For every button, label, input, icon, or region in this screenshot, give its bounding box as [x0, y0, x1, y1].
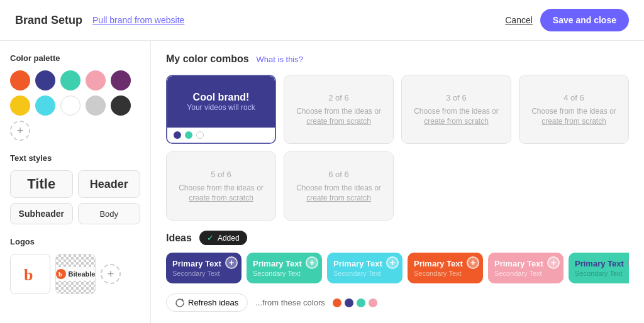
app-title: Brand Setup [15, 14, 82, 27]
idea-card-3[interactable]: Primary Text Secondary Text + [327, 253, 402, 283]
dot-3[interactable] [196, 131, 204, 139]
check-icon: ✓ [207, 233, 214, 243]
logo-b-svg: b [18, 261, 43, 287]
combo-3-link[interactable]: create from scratch [424, 117, 489, 126]
swatch-light-gray[interactable] [86, 96, 106, 116]
biteable-icon: b [56, 269, 66, 279]
swatch-purple[interactable] [111, 70, 131, 90]
swatch-orange[interactable] [10, 70, 30, 90]
idea-2-add-btn[interactable]: + [306, 256, 318, 269]
pull-brand-link[interactable]: Pull brand from website [92, 15, 184, 25]
save-button[interactable]: Save and close [540, 9, 629, 31]
text-styles-title: Text styles [10, 153, 140, 163]
subheader-label: Subheader [19, 209, 64, 219]
refresh-ideas-button[interactable]: Refresh ideas [166, 293, 248, 312]
color-palette: + [10, 70, 140, 141]
add-color-button[interactable]: + [10, 121, 30, 141]
logos-title: Logos [10, 237, 140, 246]
idea-1-secondary: Secondary Text [172, 270, 235, 277]
combo-5-label: 5 of 6 [211, 170, 231, 179]
swatch-pink[interactable] [86, 70, 106, 90]
combo-card-2[interactable]: 2 of 6 Choose from the ideas or create f… [284, 75, 394, 144]
logo-biteable[interactable]: b Biteable [55, 254, 96, 294]
idea-card-5[interactable]: Primary Text Secondary Text + [488, 253, 564, 283]
combo-6-label: 6 of 6 [328, 170, 349, 179]
from-colors-dots [333, 298, 377, 307]
cancel-button[interactable]: Cancel [505, 15, 533, 25]
idea-3-secondary: Secondary Text [333, 270, 396, 277]
from-dot-teal [357, 298, 365, 307]
added-label: Added [218, 234, 240, 243]
dot-1[interactable] [174, 131, 181, 139]
combos-header: My color combos What is this? [166, 53, 629, 65]
idea-5-secondary: Secondary Text [494, 270, 557, 277]
from-colors-text: ...from these colors [255, 298, 325, 307]
title-label: Title [27, 176, 55, 192]
ideas-cards: Primary Text Secondary Text + Primary Te… [166, 253, 629, 286]
logos-grid: b b Biteable + [10, 254, 140, 294]
swatch-light-blue[interactable] [35, 96, 55, 116]
combo-card-6[interactable]: 6 of 6 Choose from the ideas or create f… [284, 151, 394, 221]
idea-6-primary: Primary Text [575, 259, 629, 268]
idea-3-add-btn[interactable]: + [386, 256, 399, 269]
swatch-teal[interactable] [60, 70, 80, 90]
app-header: Brand Setup Pull brand from website Canc… [0, 0, 644, 41]
text-style-header[interactable]: Header [78, 170, 141, 198]
swatch-dark-purple[interactable] [35, 70, 55, 90]
added-badge: ✓ Added [199, 231, 247, 245]
combo-1-main-text: Cool brand! [193, 92, 250, 103]
text-style-body[interactable]: Body [78, 203, 141, 224]
idea-card-4[interactable]: Primary Text Secondary Text + [408, 253, 483, 283]
text-styles: Title Header Subheader Body [10, 170, 140, 224]
idea-card-2[interactable]: Primary Text Secondary Text + [247, 253, 322, 283]
biteable-label: Biteable [69, 270, 96, 278]
combo-card-1[interactable]: Cool brand! Your videos will rock [166, 75, 276, 144]
from-dot-orange [333, 298, 341, 307]
combo-card-4[interactable]: 4 of 6 Choose from the ideas or create f… [519, 75, 629, 144]
combo-2-label: 2 of 6 [328, 93, 349, 102]
header-left: Brand Setup Pull brand from website [15, 14, 184, 27]
refresh-label: Refresh ideas [188, 298, 238, 307]
swatch-dark[interactable] [111, 96, 131, 116]
idea-4-add-btn[interactable]: + [467, 256, 479, 269]
from-dot-dark-purple [345, 298, 353, 307]
combo-4-link[interactable]: create from scratch [541, 117, 606, 126]
combo-3-choose: Choose from the ideas or [414, 106, 499, 117]
combo-5-link[interactable]: create from scratch [189, 194, 253, 202]
idea-card-1[interactable]: Primary Text Secondary Text + [166, 253, 242, 283]
idea-1-add-btn[interactable]: + [225, 256, 238, 269]
logo-b[interactable]: b [10, 254, 50, 294]
sidebar: Color palette + Text styles Title Header [0, 41, 151, 323]
idea-card-6[interactable]: Primary Text Secondary Text + [569, 253, 629, 283]
header-label: Header [90, 178, 128, 191]
swatch-white[interactable] [60, 96, 80, 116]
refresh-row: Refresh ideas ...from these colors [166, 293, 629, 312]
combo-6-choose: Choose from the ideas or [296, 183, 381, 194]
svg-text:b: b [24, 266, 33, 284]
ideas-title: Ideas [166, 233, 192, 244]
combo-card-3[interactable]: 3 of 6 Choose from the ideas or create f… [401, 75, 511, 144]
text-style-grid: Title Header Subheader Body [10, 170, 140, 224]
idea-4-secondary: Secondary Text [414, 270, 477, 277]
refresh-icon [175, 298, 184, 307]
dot-2[interactable] [185, 131, 192, 139]
color-combos-grid: Cool brand! Your videos will rock 2 of 6… [166, 75, 629, 221]
idea-5-add-btn[interactable]: + [547, 256, 560, 269]
ideas-section: Ideas ✓ Added Primary Text Secondary Tex… [166, 231, 629, 312]
body-label: Body [99, 209, 118, 219]
text-style-subheader[interactable]: Subheader [10, 203, 73, 224]
combo-2-link[interactable]: create from scratch [306, 117, 371, 126]
from-dot-pink [369, 298, 377, 307]
combo-card-5[interactable]: 5 of 6 Choose from the ideas or create f… [166, 151, 276, 221]
combo-4-label: 4 of 6 [564, 93, 584, 102]
combo-2-choose: Choose from the ideas or [296, 106, 381, 117]
what-is-link[interactable]: What is this? [257, 55, 303, 64]
combo-5-choose: Choose from the ideas or [179, 183, 264, 194]
combo-6-link[interactable]: create from scratch [306, 194, 371, 202]
swatch-yellow[interactable] [10, 96, 30, 116]
main-layout: Color palette + Text styles Title Header [0, 41, 644, 323]
combo-3-label: 3 of 6 [446, 93, 467, 102]
add-logo-button[interactable]: + [101, 264, 121, 284]
header-actions: Cancel Save and close [505, 9, 629, 31]
text-style-title[interactable]: Title [10, 170, 73, 198]
